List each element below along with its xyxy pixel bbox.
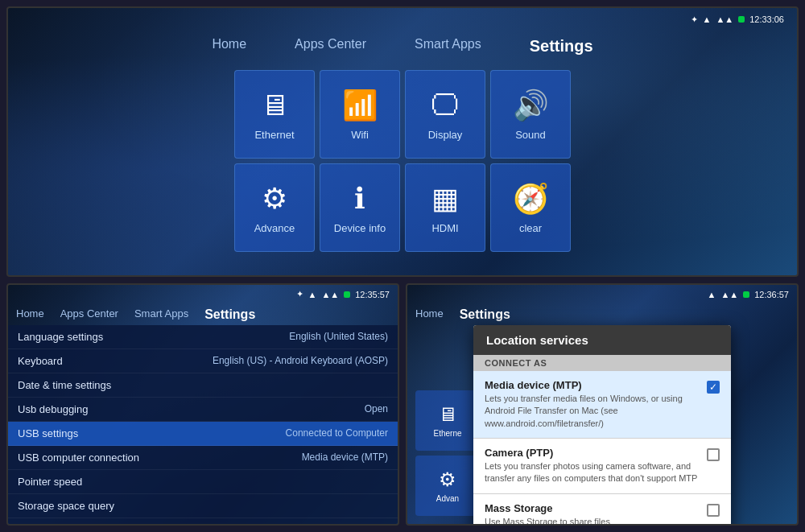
ptp-checkbox[interactable] xyxy=(707,448,720,461)
left-nav-smart[interactable]: Smart Apps xyxy=(134,307,188,322)
keyboard-value: English (US) - Android Keyboard (AOSP) xyxy=(213,355,388,366)
list-item-pointer[interactable]: Pointer speed xyxy=(8,470,398,494)
pointer-label: Pointer speed xyxy=(18,476,82,488)
datetime-label: Date & time settings xyxy=(18,379,111,391)
status-dot xyxy=(738,16,745,23)
left-nav: Home Apps Center Smart Apps Settings xyxy=(8,304,398,325)
tile-advance-label: Advance xyxy=(254,222,295,234)
list-item-usb-debug[interactable]: Usb debugging Open xyxy=(8,398,398,422)
right-tile-advance: ⚙ Advan xyxy=(415,456,480,516)
keyboard-label: Keyboard xyxy=(18,355,63,367)
dialog-section-header: CONNECT AS xyxy=(473,355,731,371)
mass-storage-option-desc: Use Mass Storage to share files xyxy=(485,516,699,526)
language-value: English (United States) xyxy=(289,331,388,342)
right-advance-icon: ⚙ xyxy=(439,468,456,491)
signal-icon: ▲▲ xyxy=(716,14,733,24)
tile-display-label: Display xyxy=(428,129,463,141)
nav-apps-center[interactable]: Apps Center xyxy=(295,37,366,56)
ptp-option-title: Camera (PTP) xyxy=(485,447,699,459)
tile-wifi[interactable]: 📶 Wifi xyxy=(320,70,400,159)
mtp-option-title: Media device (MTP) xyxy=(485,379,699,391)
right-nav-settings[interactable]: Settings xyxy=(460,307,510,322)
tile-sound-label: Sound xyxy=(515,129,546,141)
list-item-usb-conn[interactable]: USB computer connection Media device (MT… xyxy=(8,446,398,470)
mass-storage-checkbox[interactable] xyxy=(707,504,720,517)
ethernet-icon: 🖥 xyxy=(260,89,289,122)
left-bt-icon: ✦ xyxy=(296,289,303,299)
top-panel: ✦ ▲ ▲▲ 12:33:06 Home Apps Center Smart A… xyxy=(6,6,799,277)
list-item-keyboard[interactable]: Keyboard English (US) - Android Keyboard… xyxy=(8,349,398,373)
wifi-icon: ▲ xyxy=(703,14,712,24)
left-nav-home[interactable]: Home xyxy=(16,307,44,322)
sound-icon: 🔊 xyxy=(513,89,549,122)
left-panel: ✦ ▲ ▲▲ 12:35:57 Home Apps Center Smart A… xyxy=(6,283,399,526)
dialog-title: Location services xyxy=(473,325,731,355)
tile-sound[interactable]: 🔊 Sound xyxy=(490,70,571,159)
list-item-datetime[interactable]: Date & time settings xyxy=(8,373,398,398)
hdmi-icon: ▦ xyxy=(431,182,459,216)
nav-smart-apps[interactable]: Smart Apps xyxy=(415,37,481,56)
right-panel: ▲ ▲▲ 12:36:57 Home Settings 🖥 Etherne 🔊 … xyxy=(406,283,799,526)
left-signal-icon: ▲▲ xyxy=(321,290,339,299)
settings-list: Language settings English (United States… xyxy=(8,325,398,524)
status-icons: ✦ ▲ ▲▲ 12:33:06 xyxy=(691,14,785,25)
tile-hdmi[interactable]: ▦ HDMI xyxy=(405,163,485,252)
usb-conn-label: USB computer connection xyxy=(18,452,139,464)
left-status-bar: ✦ ▲ ▲▲ 12:35:57 xyxy=(8,285,398,304)
wifi-icon-tile: 📶 xyxy=(342,89,378,122)
usb-settings-label: USB settings xyxy=(18,427,78,439)
right-time-display: 12:36:57 xyxy=(754,290,789,299)
left-nav-settings[interactable]: Settings xyxy=(204,307,255,322)
right-advance-label: Advan xyxy=(436,494,459,503)
list-item-usb-settings[interactable]: USB settings Connected to Computer xyxy=(8,422,398,446)
dialog-option-mass-storage[interactable]: Mass Storage Use Mass Storage to share f… xyxy=(473,494,731,526)
storage-label: Storage space query xyxy=(18,500,114,512)
right-signal-status-icon: ▲▲ xyxy=(720,290,738,299)
tile-wifi-label: Wifi xyxy=(351,129,369,141)
location-services-dialog: Location services CONNECT AS Media devic… xyxy=(473,325,731,526)
device-info-icon: ℹ xyxy=(354,182,365,216)
usb-settings-value: Connected to Computer xyxy=(286,427,388,439)
right-status-icons: ▲ ▲▲ 12:36:57 xyxy=(708,290,790,299)
bluetooth-icon: ✦ xyxy=(691,14,698,25)
right-ethernet-label: Etherne xyxy=(433,429,461,438)
tile-device-info[interactable]: ℹ Device info xyxy=(320,163,400,252)
usb-debug-value: Open xyxy=(365,403,388,414)
tile-ethernet[interactable]: 🖥 Ethernet xyxy=(234,70,315,159)
usb-conn-value: Media device (MTP) xyxy=(302,452,388,463)
tile-ethernet-label: Ethernet xyxy=(254,129,294,141)
list-item-storage[interactable]: Storage space query xyxy=(8,494,398,518)
right-nav: Home Settings xyxy=(407,304,797,325)
right-tile-ethernet: 🖥 Etherne xyxy=(415,390,480,451)
settings-grid: 🖥 Ethernet 📶 Wifi 🖵 Display 🔊 Sound ⚙ Ad… xyxy=(234,70,571,252)
list-item-language[interactable]: Language settings English (United States… xyxy=(8,325,398,349)
time-display: 12:33:06 xyxy=(749,14,784,24)
right-nav-home[interactable]: Home xyxy=(415,307,444,322)
bottom-row: ✦ ▲ ▲▲ 12:35:57 Home Apps Center Smart A… xyxy=(6,283,799,526)
tile-advance[interactable]: ⚙ Advance xyxy=(234,163,315,252)
nav-settings[interactable]: Settings xyxy=(530,37,593,56)
mtp-checkbox[interactable]: ✓ xyxy=(707,381,720,394)
tile-clear[interactable]: 🧭 clear xyxy=(490,163,571,252)
usb-debug-label: Usb debugging xyxy=(18,403,88,415)
ptp-option-desc: Lets you transfer photos using camera so… xyxy=(485,460,699,485)
dialog-option-ptp[interactable]: Camera (PTP) Lets you transfer photos us… xyxy=(473,439,731,494)
right-ethernet-icon: 🖥 xyxy=(438,403,457,426)
top-status-bar: ✦ ▲ ▲▲ 12:33:06 xyxy=(8,8,797,31)
mass-storage-option-text: Mass Storage Use Mass Storage to share f… xyxy=(485,502,699,526)
language-label: Language settings xyxy=(18,331,103,343)
nav-home[interactable]: Home xyxy=(212,37,246,56)
mass-storage-option-title: Mass Storage xyxy=(485,502,699,514)
display-icon: 🖵 xyxy=(431,89,460,122)
left-wifi-icon: ▲ xyxy=(308,290,317,299)
left-time-display: 12:35:57 xyxy=(355,290,390,299)
left-nav-apps[interactable]: Apps Center xyxy=(60,307,118,322)
left-status-dot xyxy=(344,291,350,298)
mtp-option-desc: Lets you transfer media files on Windows… xyxy=(485,393,699,430)
tile-display[interactable]: 🖵 Display xyxy=(405,70,485,159)
tile-hdmi-label: HDMI xyxy=(431,222,458,234)
top-nav-bar: Home Apps Center Smart Apps Settings xyxy=(8,31,797,62)
left-status-icons: ✦ ▲ ▲▲ 12:35:57 xyxy=(296,289,390,299)
right-status-bar: ▲ ▲▲ 12:36:57 xyxy=(407,285,797,304)
dialog-option-mtp[interactable]: Media device (MTP) Lets you transfer med… xyxy=(473,371,731,439)
